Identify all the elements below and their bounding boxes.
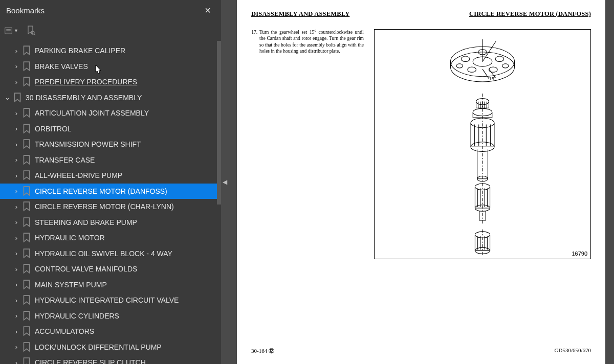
bookmark-item[interactable]: ›PARKING BRAKE CALIPER (0, 43, 221, 59)
svg-line-19 (483, 41, 496, 62)
svg-point-13 (468, 67, 476, 72)
svg-point-11 (461, 56, 470, 61)
svg-text:15°: 15° (489, 76, 496, 81)
svg-point-16 (456, 64, 463, 68)
bookmark-item[interactable]: ›STEERING AND BRAKE PUMP (0, 215, 221, 231)
bookmark-item[interactable]: ›TRANSFER CASE (0, 152, 221, 168)
options-button[interactable]: ▼ (4, 24, 18, 38)
bookmark-item[interactable]: ›HYDRAULIC OIL SWIVEL BLOCK - 4 WAY (0, 246, 221, 262)
bookmark-label: TRANSFER CASE (35, 156, 215, 164)
bookmark-item[interactable]: ⌄30 DISASSEMBLY AND ASSEMBLY (0, 90, 221, 106)
bookmark-item[interactable]: ›CONTROL VALVE MANIFOLDS (0, 261, 221, 277)
chevron-right-icon[interactable]: › (12, 218, 20, 226)
bookmark-label: CIRCLE REVERSE SLIP CLUTCH (35, 358, 215, 364)
chevron-right-icon[interactable]: › (12, 172, 20, 179)
bookmark-label: ARTICULATION JOINT ASSEMBLY (35, 109, 215, 117)
chevron-right-icon[interactable]: › (12, 125, 20, 132)
bookmark-label: ORBITROL (35, 125, 215, 133)
bookmark-item[interactable]: ›HYDRAULIC CYLINDERS (0, 308, 221, 324)
bookmark-label: PARKING BRAKE CALIPER (35, 47, 215, 55)
chevron-right-icon[interactable]: › (12, 187, 20, 195)
footer-right: GD530/650/670 (555, 347, 591, 355)
diagram-id: 16790 (572, 251, 587, 257)
header-left: DISASSEMBLY AND ASSEMBLY (251, 10, 349, 18)
chevron-right-icon[interactable]: › (12, 312, 20, 320)
chevron-right-icon[interactable]: › (12, 141, 20, 148)
bookmark-label: BRAKE VALVES (35, 62, 215, 71)
svg-line-5 (34, 34, 35, 35)
list-icon (4, 26, 13, 36)
chevron-right-icon[interactable]: › (12, 249, 20, 257)
bookmark-item[interactable]: ›LOCK/UNLOCK DIFFERENTIAL PUMP (0, 339, 221, 355)
bookmark-label: HYDRAULIC INTEGRATED CIRCUIT VALVE (35, 296, 215, 304)
bookmark-label: HYDRAULIC MOTOR (35, 234, 215, 242)
bookmark-item[interactable]: ›CIRCLE REVERSE SLIP CLUTCH (0, 355, 221, 364)
bookmark-label: 30 DISASSEMBLY AND ASSEMBLY (26, 94, 215, 102)
chevron-right-icon[interactable]: › (12, 343, 20, 351)
bookmark-item[interactable]: ›BRAKE VALVES (0, 59, 221, 75)
scrollbar-thumb[interactable] (217, 41, 221, 204)
bookmark-tree[interactable]: ›PARKING BRAKE CALIPER›BRAKE VALVES›PRED… (0, 41, 221, 364)
svg-point-12 (495, 56, 504, 61)
chevron-right-icon[interactable]: › (12, 156, 20, 164)
chevron-right-icon[interactable]: › (12, 359, 20, 364)
bookmark-item[interactable]: ›ACCUMULATORS (0, 324, 221, 339)
bookmark-item[interactable]: ›CIRCLE REVERSE MOTOR (DANFOSS) (0, 184, 221, 199)
bookmarks-sidebar: Bookmarks × ▼ ›PARKING BRAKE CALIPER›BRA… (0, 0, 221, 364)
bookmark-label: CIRCLE REVERSE MOTOR (DANFOSS) (35, 187, 215, 195)
bookmark-item[interactable]: ›HYDRAULIC INTEGRATED CIRCUIT VALVE (0, 292, 221, 308)
chevron-left-icon: ◀ (223, 178, 227, 186)
document-pane[interactable]: DISASSEMBLY AND ASSEMBLY CIRCLE REVERSE … (228, 0, 614, 364)
bookmark-label: CIRCLE REVERSE MOTOR (CHAR-LYNN) (35, 202, 215, 211)
chevron-right-icon[interactable]: › (12, 281, 20, 288)
find-bookmark-button[interactable] (24, 24, 38, 38)
step-number: 17. (251, 29, 259, 259)
bookmark-search-icon (26, 25, 36, 36)
bookmark-label: ACCUMULATORS (35, 327, 215, 335)
chevron-right-icon[interactable]: › (12, 203, 20, 211)
chevron-right-icon[interactable]: › (12, 297, 20, 304)
svg-point-17 (502, 64, 509, 68)
header-right: CIRCLE REVERSE MOTOR (DANFOSS) (469, 10, 591, 18)
page-body: 17. Turn the gearwheel set 15° countercl… (251, 29, 591, 259)
bookmark-label: PREDELIVERY PROCEDURES (35, 78, 215, 86)
bookmark-item[interactable]: ›TRANSMISSION POWER SHIFT (0, 136, 221, 152)
bookmark-item[interactable]: ›HYDRAULIC MOTOR (0, 230, 221, 246)
diagram-frame: 15° (374, 29, 591, 259)
bookmark-item[interactable]: ›ALL-WHEEL-DRIVE PUMP (0, 168, 221, 184)
page-footer: 30-164 ⑫ GD530/650/670 (251, 347, 591, 355)
sidebar-toolbar: ▼ (0, 20, 221, 41)
bookmark-label: HYDRAULIC CYLINDERS (35, 312, 215, 320)
chevron-right-icon[interactable]: › (12, 265, 20, 273)
bookmark-label: CONTROL VALVE MANIFOLDS (35, 265, 215, 273)
bookmark-item[interactable]: ›ORBITROL (0, 121, 221, 137)
step-text-block: 17. Turn the gearwheel set 15° countercl… (251, 29, 364, 259)
bookmark-label: HYDRAULIC OIL SWIVEL BLOCK - 4 WAY (35, 249, 215, 258)
page: DISASSEMBLY AND ASSEMBLY CIRCLE REVERSE … (237, 0, 605, 364)
exploded-view-diagram: 15° (375, 30, 590, 259)
svg-line-21 (483, 69, 489, 79)
bookmark-item[interactable]: ›MAIN SYSTEM PUMP (0, 277, 221, 293)
bookmark-item[interactable]: ›ARTICULATION JOINT ASSEMBLY (0, 105, 221, 121)
bookmark-label: TRANSMISSION POWER SHIFT (35, 140, 215, 148)
chevron-down-icon: ▼ (14, 28, 18, 33)
chevron-down-icon[interactable]: ⌄ (3, 94, 11, 101)
sidebar-collapse-handle[interactable]: ◀ (221, 0, 228, 364)
chevron-right-icon[interactable]: › (12, 109, 20, 117)
sidebar-title: Bookmarks (6, 6, 45, 15)
bookmark-item[interactable]: ›PREDELIVERY PROCEDURES (0, 74, 221, 90)
bookmark-label: MAIN SYSTEM PUMP (35, 281, 215, 289)
chevron-right-icon[interactable]: › (12, 78, 20, 86)
chevron-right-icon[interactable]: › (12, 234, 20, 242)
chevron-right-icon[interactable]: › (12, 328, 20, 335)
chevron-right-icon[interactable]: › (12, 62, 20, 70)
bookmark-item[interactable]: ›CIRCLE REVERSE MOTOR (CHAR-LYNN) (0, 199, 221, 215)
chevron-right-icon[interactable]: › (12, 47, 20, 55)
bookmark-label: LOCK/UNLOCK DIFFERENTIAL PUMP (35, 343, 215, 351)
page-header: DISASSEMBLY AND ASSEMBLY CIRCLE REVERSE … (251, 10, 591, 18)
sidebar-header: Bookmarks × (0, 0, 221, 20)
bookmark-label: ALL-WHEEL-DRIVE PUMP (35, 171, 215, 179)
close-icon[interactable]: × (201, 3, 215, 18)
bookmark-label: STEERING AND BRAKE PUMP (35, 218, 215, 226)
footer-left: 30-164 ⑫ (251, 347, 274, 355)
